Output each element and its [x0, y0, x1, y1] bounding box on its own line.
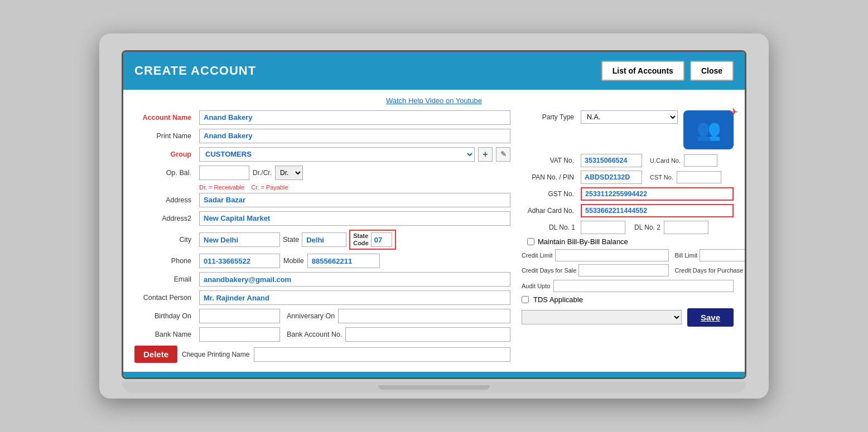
adhar-input[interactable] [585, 207, 729, 215]
ucard-input[interactable] [684, 154, 717, 167]
credit-days-sale-cell: Credit Days for Sale [522, 264, 669, 276]
anniversary-label: Anniversary On [287, 312, 335, 320]
email-row: Email [134, 272, 510, 287]
opbal-controls: Dr./Cr. Dr. [199, 166, 303, 180]
cheque-label: Cheque Printing Name [182, 351, 249, 358]
bill-limit-cell: Bill Limit [674, 249, 746, 261]
maintain-bill-row: Maintain Bill-By-Bill Balance [527, 237, 734, 246]
help-link[interactable]: Watch Help Video on Youtube [386, 96, 482, 105]
avatar-box: 👥 ✈ [683, 110, 734, 149]
credit-days-sale-label: Credit Days for Sale [522, 267, 576, 274]
flag-icon: ✈ [730, 106, 738, 118]
tds-select[interactable] [522, 310, 682, 324]
pan-row: PAN No. / PIN CST No. [522, 171, 734, 184]
form-left: Account Name Print Name Group CUSTOMER [134, 110, 510, 363]
vat-input[interactable] [581, 154, 642, 167]
city-state-row: City State StateCode [134, 230, 510, 250]
avatar-icon: 👥 [696, 118, 721, 142]
birthday-input[interactable] [199, 309, 280, 323]
cst-input[interactable] [677, 171, 721, 183]
credit-days-purchase-input[interactable] [745, 264, 746, 276]
address-input[interactable] [199, 193, 510, 207]
bank-acc-input[interactable] [345, 327, 510, 342]
form-right: Party Type N.A. 👥 ✈ [522, 110, 734, 363]
phone-row: Phone Mobile [134, 254, 510, 268]
gst-input[interactable] [585, 190, 729, 198]
party-type-row: Party Type N.A. [522, 110, 678, 124]
phone-input[interactable] [199, 254, 280, 268]
vat-label: VAT No. [522, 157, 577, 164]
party-type-label: Party Type [522, 113, 577, 121]
bottom-row: Delete Cheque Printing Name [134, 346, 510, 363]
city-input[interactable] [199, 232, 280, 247]
print-name-row: Print Name [134, 129, 510, 143]
tds-select-row: Save [522, 308, 734, 327]
adhar-box [581, 204, 734, 217]
adhar-row: Adhar Card No. [522, 204, 734, 217]
gst-row: GST No. [522, 187, 734, 201]
mobile-input[interactable] [307, 254, 380, 268]
address2-label: Address2 [134, 215, 196, 222]
account-name-input[interactable] [199, 110, 510, 125]
contact-input[interactable] [199, 290, 510, 305]
dl2-input[interactable] [664, 221, 708, 234]
email-label: Email [134, 275, 196, 283]
dr-cr-select[interactable]: Dr. [275, 166, 303, 180]
dl1-label: DL No. 1 [522, 224, 577, 231]
opbal-label: Op. Bal. [134, 169, 196, 177]
group-add-button[interactable]: + [478, 147, 493, 162]
contact-label: Contact Person [134, 294, 196, 302]
page-title: CREATE ACCOUNT [134, 64, 256, 78]
ucard-label: U.Card No. [650, 157, 681, 164]
laptop-notch [378, 385, 490, 390]
group-row: Group CUSTOMERS + ✎ [134, 147, 510, 162]
state-code-box: StateCode [349, 230, 396, 250]
maintain-bill-checkbox[interactable] [527, 238, 534, 245]
list-accounts-button[interactable]: List of Accounts [601, 61, 684, 81]
pan-label: PAN No. / PIN [522, 173, 577, 181]
close-button[interactable]: Close [690, 61, 734, 81]
state-input[interactable] [302, 232, 346, 247]
right-top: Party Type N.A. 👥 ✈ [522, 110, 734, 149]
party-type-container: Party Type N.A. [522, 110, 678, 127]
credit-limit-input[interactable] [555, 249, 669, 261]
address-row: Address [134, 193, 510, 207]
pan-input[interactable] [581, 171, 642, 184]
laptop-base [122, 382, 746, 393]
address2-input[interactable] [199, 211, 510, 226]
vat-row: VAT No. U.Card No. [522, 154, 734, 167]
group-select[interactable]: CUSTOMERS [199, 147, 475, 162]
credit-limit-cell: Credit Limit [522, 249, 669, 261]
dr-cr-note: Dr. = Receivable Cr. = Payable [199, 184, 510, 191]
opbal-row: Op. Bal. Dr./Cr. Dr. [134, 166, 510, 180]
audit-input[interactable] [553, 280, 734, 292]
title-bar-buttons: List of Accounts Close [601, 61, 734, 81]
dl-row: DL No. 1 DL No. 2 [522, 221, 734, 234]
group-controls: CUSTOMERS + ✎ [199, 147, 510, 162]
phone-label: Phone [134, 257, 196, 265]
group-edit-button[interactable]: ✎ [496, 147, 510, 162]
credit-days-sale-input[interactable] [578, 264, 669, 276]
bank-input[interactable] [199, 327, 280, 342]
dl1-input[interactable] [581, 221, 625, 234]
dr-cr-label: Dr./Cr. [253, 169, 272, 177]
group-label: Group [134, 151, 196, 158]
bill-limit-input[interactable] [700, 249, 746, 261]
credit-grid: Credit Limit Bill Limit Credit Days for … [522, 249, 734, 276]
state-label: State [283, 236, 299, 244]
tds-checkbox[interactable] [522, 296, 529, 303]
save-button[interactable]: Save [687, 308, 734, 327]
cheque-input[interactable] [254, 347, 510, 362]
party-type-select[interactable]: N.A. [581, 110, 678, 124]
bank-label: Bank Name [134, 331, 196, 338]
delete-button[interactable]: Delete [134, 346, 177, 363]
birthday-row: Birthday On Anniversary On [134, 309, 510, 323]
account-name-label: Account Name [134, 114, 196, 122]
opbal-input[interactable] [199, 166, 249, 180]
print-name-input[interactable] [199, 129, 510, 143]
phone-mobile-controls: Mobile [199, 254, 380, 268]
state-code-input[interactable] [371, 232, 392, 247]
anniversary-input[interactable] [338, 309, 510, 323]
credit-days-purchase-cell: Credit Days for Purchase [674, 264, 746, 276]
email-input[interactable] [199, 272, 510, 287]
